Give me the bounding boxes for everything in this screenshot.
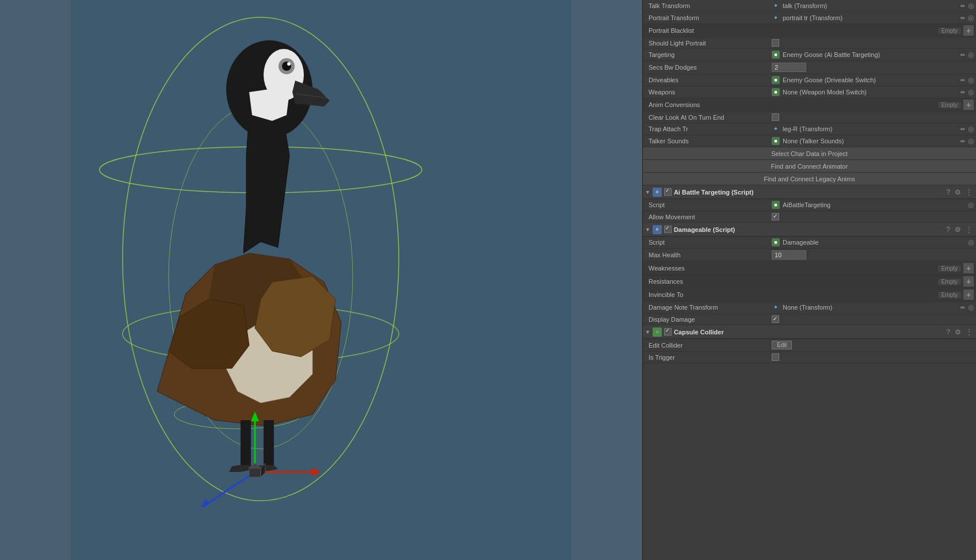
label-edit-collider: Edit Collider [643,341,769,349]
section-capsule-menu[interactable]: ⋮ [964,327,974,337]
add-resistances[interactable]: + [963,276,974,287]
value-script-dmg: ■ Damageable ◎ [769,238,976,247]
label-display-damage: Display Damage [643,315,769,323]
add-portrait-blacklist[interactable]: + [963,25,974,36]
checkbox-clear-look-at[interactable] [772,113,779,121]
script-icon-ai: ■ [772,201,780,209]
transform-icon-dmg-note: ✦ [772,303,780,311]
edit-damage-note-tr[interactable]: ✏ [959,304,966,311]
prop-portrait-transform: Portrait Transform ✦ portrait tr (Transf… [643,12,976,24]
checkbox-should-light-portrait[interactable] [772,39,779,47]
input-max-health[interactable] [772,250,806,260]
value-allow-movement [769,212,976,221]
value-trap-attach-tr: ✦ leg-R (Transform) ✏ ◎ [769,124,976,134]
section-capsule-help[interactable]: ? [945,327,951,337]
section-damageable-icon: # [653,225,662,234]
section-capsule-settings[interactable]: ⚙ [954,327,962,337]
select-char-data-btn[interactable]: Select Char Data in Project [643,147,976,160]
prop-driveables: Driveables ■ Enemy Goose (Driveable Swit… [643,74,976,86]
label-talk-transform: Talk Transform [643,2,769,10]
target-talk-transform[interactable]: ◎ [968,2,974,10]
edit-trap-attach-tr[interactable]: ✏ [959,125,966,133]
section-damageable-check[interactable] [664,226,672,233]
value-talk-transform: ✦ talk (Transform) ✏ ◎ [769,1,976,10]
target-script-dmg[interactable]: ◎ [968,238,974,246]
value-secs-bw-dodges [769,62,976,73]
value-portrait-transform: ✦ portrait tr (Transform) ✏ ◎ [769,13,976,22]
edit-portrait-transform[interactable]: ✏ [959,14,966,22]
script-icon-weapons: ■ [772,88,780,96]
section-damageable-settings[interactable]: ⚙ [954,225,962,234]
add-anim-conversions[interactable]: + [963,100,974,110]
text-talk-transform: talk (Transform) [783,2,958,9]
script-icon-dmg: ■ [772,238,780,246]
prop-anim-conversions: Anim Conversions Empty + [643,98,976,112]
badge-invincible-to: Empty [938,292,961,298]
edit-talk-transform[interactable]: ✏ [959,2,966,10]
section-ai-battle-arrow: ▼ [645,189,650,195]
edit-driveables[interactable]: ✏ [959,77,966,84]
btn-edit-collider[interactable]: Edit [772,341,792,349]
label-weaknesses: Weaknesses [643,264,938,272]
target-driveables[interactable]: ◎ [968,76,974,84]
section-ai-battle-settings[interactable]: ⚙ [954,188,962,197]
label-targeting: Targeting [643,51,769,59]
text-portrait-transform: portrait tr (Transform) [783,14,958,21]
target-targeting[interactable]: ◎ [968,51,974,59]
value-weapons: ■ None (Weapon Model Switch) ✏ ◎ [769,87,976,97]
target-talker-sounds[interactable]: ◎ [968,137,974,145]
label-max-health: Max Health [643,251,769,259]
badge-portrait-blacklist: Empty [938,28,961,34]
prop-should-light-portrait: Should Light Portrait [643,37,976,49]
target-portrait-transform[interactable]: ◎ [968,14,974,22]
section-capsule-check[interactable] [664,328,672,336]
script-icon-talker: ■ [772,137,780,145]
text-weapons: None (Weapon Model Switch) [783,89,958,96]
badge-resistances: Empty [938,279,961,285]
section-ai-battle-check[interactable] [664,188,672,196]
target-weapons[interactable]: ◎ [968,88,974,96]
svg-rect-22 [264,420,274,466]
text-damage-note-tr: None (Transform) [783,304,958,311]
target-script-ai[interactable]: ◎ [968,201,974,209]
section-capsule-header[interactable]: ▼ ○ Capsule Collider ? ⚙ ⋮ [643,325,976,339]
edit-weapons[interactable]: ✏ [959,89,966,96]
label-invincible-to: Invincible To [643,291,938,299]
text-talker-sounds: None (Talker Sounds) [783,138,958,144]
value-script-ai: ■ AiBattleTargeting ◎ [769,200,976,209]
badge-weaknesses: Empty [938,265,961,272]
edit-talker-sounds[interactable]: ✏ [959,138,966,145]
section-ai-battle-header[interactable]: ▼ # Ai Battle Targeting (Script) ? ⚙ ⋮ [643,185,976,199]
input-secs-bw-dodges[interactable] [772,63,806,72]
svg-point-16 [287,62,291,66]
section-ai-battle-menu[interactable]: ⋮ [964,188,974,197]
script-icon-targeting: ■ [772,51,780,59]
section-ai-battle-help[interactable]: ? [945,188,951,197]
edit-targeting[interactable]: ✏ [959,51,966,59]
add-invincible-to[interactable]: + [963,289,974,300]
find-connect-legacy-btn[interactable]: Find and Connect Legacy Anims [643,173,976,185]
checkbox-is-trigger[interactable] [772,353,779,361]
section-damageable-help[interactable]: ? [945,225,951,234]
section-damageable-header[interactable]: ▼ # Damageable (Script) ? ⚙ ⋮ [643,223,976,237]
find-connect-animator-btn[interactable]: Find and Connect Animator [643,160,976,173]
transform-icon: ✦ [772,2,780,10]
viewport-3d[interactable] [0,0,642,560]
target-trap-attach-tr[interactable]: ◎ [968,125,974,133]
value-display-damage [769,315,976,323]
section-ai-battle-actions: ? ⚙ ⋮ [945,188,974,197]
value-targeting: ■ Enemy Goose (Ai Battle Targeting) ✏ ◎ [769,50,976,59]
section-capsule-actions: ? ⚙ ⋮ [945,327,974,337]
add-weaknesses[interactable]: + [963,263,974,273]
checkbox-allow-movement[interactable] [772,213,779,220]
label-script-dmg: Script [643,238,769,246]
badge-anim-conversions: Empty [938,102,961,108]
value-talker-sounds: ■ None (Talker Sounds) ✏ ◎ [769,136,976,146]
section-damageable-menu[interactable]: ⋮ [964,225,974,234]
section-capsule-icon: ○ [653,327,662,337]
checkbox-display-damage[interactable] [772,315,779,323]
text-trap-attach-tr: leg-R (Transform) [783,125,958,132]
value-is-trigger [769,353,976,361]
target-damage-note-tr[interactable]: ◎ [968,303,974,311]
prop-weaknesses: Weaknesses Empty + [643,262,976,275]
